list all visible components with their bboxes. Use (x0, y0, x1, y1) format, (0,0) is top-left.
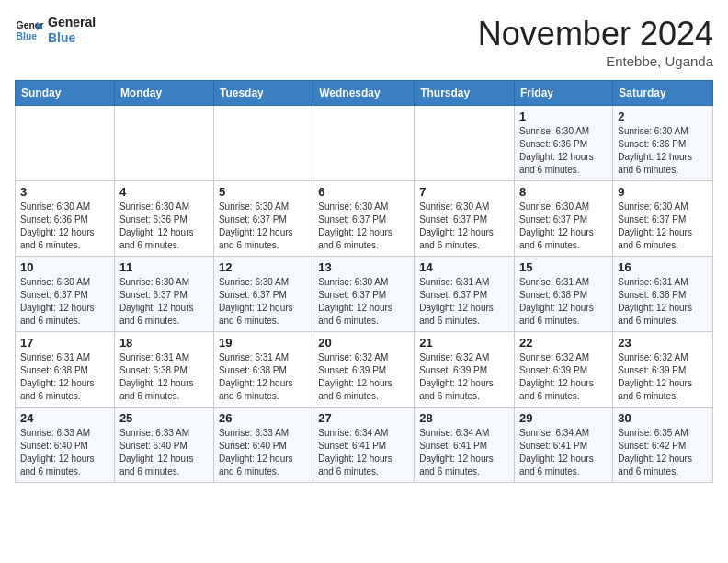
day-number: 19 (219, 336, 308, 350)
calendar-cell: 16Sunrise: 6:31 AM Sunset: 6:38 PM Dayli… (613, 257, 713, 332)
day-number: 30 (618, 411, 708, 425)
day-number: 14 (419, 260, 509, 274)
calendar-week-row: 1Sunrise: 6:30 AM Sunset: 6:36 PM Daylig… (16, 106, 713, 181)
day-number: 10 (20, 260, 109, 274)
day-info: Sunrise: 6:32 AM Sunset: 6:39 PM Dayligh… (419, 351, 509, 403)
calendar-cell: 24Sunrise: 6:33 AM Sunset: 6:40 PM Dayli… (16, 408, 115, 483)
calendar-cell: 27Sunrise: 6:34 AM Sunset: 6:41 PM Dayli… (313, 408, 415, 483)
calendar-header-cell: Sunday (16, 81, 115, 106)
day-info: Sunrise: 6:30 AM Sunset: 6:37 PM Dayligh… (519, 201, 608, 252)
day-number: 28 (419, 411, 509, 425)
day-info: Sunrise: 6:30 AM Sunset: 6:37 PM Dayligh… (119, 276, 209, 327)
day-number: 15 (519, 260, 608, 274)
calendar-week-row: 24Sunrise: 6:33 AM Sunset: 6:40 PM Dayli… (16, 408, 713, 483)
svg-text:Blue: Blue (17, 30, 38, 40)
calendar-cell: 18Sunrise: 6:31 AM Sunset: 6:38 PM Dayli… (114, 332, 213, 408)
day-info: Sunrise: 6:31 AM Sunset: 6:37 PM Dayligh… (419, 276, 509, 327)
calendar-cell: 17Sunrise: 6:31 AM Sunset: 6:38 PM Dayli… (16, 332, 115, 408)
calendar-week-row: 10Sunrise: 6:30 AM Sunset: 6:37 PM Dayli… (16, 257, 713, 332)
page-header: General Blue General Blue November 2024 … (15, 15, 713, 69)
day-number: 9 (618, 185, 708, 199)
calendar-cell: 7Sunrise: 6:30 AM Sunset: 6:37 PM Daylig… (415, 181, 515, 257)
day-number: 18 (119, 336, 209, 350)
calendar-cell: 8Sunrise: 6:30 AM Sunset: 6:37 PM Daylig… (515, 181, 613, 257)
calendar-header-cell: Friday (515, 81, 613, 106)
day-number: 27 (318, 411, 409, 425)
day-info: Sunrise: 6:30 AM Sunset: 6:36 PM Dayligh… (119, 201, 209, 252)
calendar-cell: 25Sunrise: 6:33 AM Sunset: 6:40 PM Dayli… (114, 408, 213, 483)
day-number: 25 (119, 411, 209, 425)
calendar-cell: 26Sunrise: 6:33 AM Sunset: 6:40 PM Dayli… (213, 408, 313, 483)
logo-general: General (48, 15, 96, 30)
calendar-cell: 11Sunrise: 6:30 AM Sunset: 6:37 PM Dayli… (114, 257, 213, 332)
day-info: Sunrise: 6:30 AM Sunset: 6:37 PM Dayligh… (318, 276, 409, 327)
day-info: Sunrise: 6:33 AM Sunset: 6:40 PM Dayligh… (20, 427, 109, 478)
day-number: 23 (618, 336, 708, 350)
calendar-cell: 15Sunrise: 6:31 AM Sunset: 6:38 PM Dayli… (515, 257, 613, 332)
day-info: Sunrise: 6:34 AM Sunset: 6:41 PM Dayligh… (419, 427, 509, 478)
day-info: Sunrise: 6:31 AM Sunset: 6:38 PM Dayligh… (20, 351, 109, 403)
day-number: 3 (20, 185, 109, 199)
calendar-header-cell: Thursday (415, 81, 515, 106)
day-number: 7 (419, 185, 509, 199)
title-block: November 2024 Entebbe, Uganda (478, 15, 713, 69)
day-info: Sunrise: 6:31 AM Sunset: 6:38 PM Dayligh… (119, 351, 209, 403)
location: Entebbe, Uganda (478, 53, 713, 69)
day-info: Sunrise: 6:34 AM Sunset: 6:41 PM Dayligh… (318, 427, 409, 478)
day-info: Sunrise: 6:30 AM Sunset: 6:36 PM Dayligh… (519, 125, 608, 177)
day-number: 20 (318, 336, 409, 350)
calendar-cell: 21Sunrise: 6:32 AM Sunset: 6:39 PM Dayli… (415, 332, 515, 408)
calendar-cell: 23Sunrise: 6:32 AM Sunset: 6:39 PM Dayli… (613, 332, 713, 408)
day-number: 26 (219, 411, 308, 425)
day-info: Sunrise: 6:31 AM Sunset: 6:38 PM Dayligh… (618, 276, 708, 327)
day-info: Sunrise: 6:32 AM Sunset: 6:39 PM Dayligh… (618, 351, 708, 403)
calendar-cell: 12Sunrise: 6:30 AM Sunset: 6:37 PM Dayli… (213, 257, 313, 332)
day-info: Sunrise: 6:30 AM Sunset: 6:37 PM Dayligh… (419, 201, 509, 252)
day-number: 13 (318, 260, 409, 274)
calendar-header-cell: Monday (114, 81, 213, 106)
calendar-header-row: SundayMondayTuesdayWednesdayThursdayFrid… (16, 81, 713, 106)
calendar-cell: 3Sunrise: 6:30 AM Sunset: 6:36 PM Daylig… (16, 181, 115, 257)
day-info: Sunrise: 6:30 AM Sunset: 6:37 PM Dayligh… (219, 201, 308, 252)
day-number: 16 (618, 260, 708, 274)
calendar-cell: 28Sunrise: 6:34 AM Sunset: 6:41 PM Dayli… (415, 408, 515, 483)
calendar-header-cell: Wednesday (313, 81, 415, 106)
calendar-header-cell: Saturday (613, 81, 713, 106)
day-number: 8 (519, 185, 608, 199)
day-info: Sunrise: 6:35 AM Sunset: 6:42 PM Dayligh… (618, 427, 708, 478)
day-info: Sunrise: 6:32 AM Sunset: 6:39 PM Dayligh… (519, 351, 608, 403)
day-number: 21 (419, 336, 509, 350)
day-info: Sunrise: 6:33 AM Sunset: 6:40 PM Dayligh… (119, 427, 209, 478)
month-title: November 2024 (478, 15, 713, 53)
calendar-cell: 19Sunrise: 6:31 AM Sunset: 6:38 PM Dayli… (213, 332, 313, 408)
day-number: 22 (519, 336, 608, 350)
day-number: 2 (618, 109, 708, 123)
day-number: 5 (219, 185, 308, 199)
calendar-cell: 30Sunrise: 6:35 AM Sunset: 6:42 PM Dayli… (613, 408, 713, 483)
calendar-week-row: 3Sunrise: 6:30 AM Sunset: 6:36 PM Daylig… (16, 181, 713, 257)
logo-icon: General Blue (15, 16, 44, 45)
calendar-cell: 9Sunrise: 6:30 AM Sunset: 6:37 PM Daylig… (613, 181, 713, 257)
logo-blue: Blue (48, 30, 96, 46)
day-info: Sunrise: 6:31 AM Sunset: 6:38 PM Dayligh… (519, 276, 608, 327)
calendar-cell: 6Sunrise: 6:30 AM Sunset: 6:37 PM Daylig… (313, 181, 415, 257)
calendar-cell (213, 106, 313, 181)
calendar-cell (313, 106, 415, 181)
calendar-week-row: 17Sunrise: 6:31 AM Sunset: 6:38 PM Dayli… (16, 332, 713, 408)
calendar-cell (114, 106, 213, 181)
day-number: 24 (20, 411, 109, 425)
calendar-cell (415, 106, 515, 181)
day-info: Sunrise: 6:32 AM Sunset: 6:39 PM Dayligh… (318, 351, 409, 403)
day-info: Sunrise: 6:31 AM Sunset: 6:38 PM Dayligh… (219, 351, 308, 403)
day-info: Sunrise: 6:30 AM Sunset: 6:37 PM Dayligh… (219, 276, 308, 327)
calendar-cell: 20Sunrise: 6:32 AM Sunset: 6:39 PM Dayli… (313, 332, 415, 408)
calendar-cell: 2Sunrise: 6:30 AM Sunset: 6:36 PM Daylig… (613, 106, 713, 181)
calendar-body: 1Sunrise: 6:30 AM Sunset: 6:36 PM Daylig… (16, 106, 713, 483)
day-number: 4 (119, 185, 209, 199)
calendar-cell: 14Sunrise: 6:31 AM Sunset: 6:37 PM Dayli… (415, 257, 515, 332)
calendar-cell: 1Sunrise: 6:30 AM Sunset: 6:36 PM Daylig… (515, 106, 613, 181)
day-info: Sunrise: 6:30 AM Sunset: 6:37 PM Dayligh… (618, 201, 708, 252)
calendar-cell: 29Sunrise: 6:34 AM Sunset: 6:41 PM Dayli… (515, 408, 613, 483)
day-number: 17 (20, 336, 109, 350)
calendar-cell: 4Sunrise: 6:30 AM Sunset: 6:36 PM Daylig… (114, 181, 213, 257)
